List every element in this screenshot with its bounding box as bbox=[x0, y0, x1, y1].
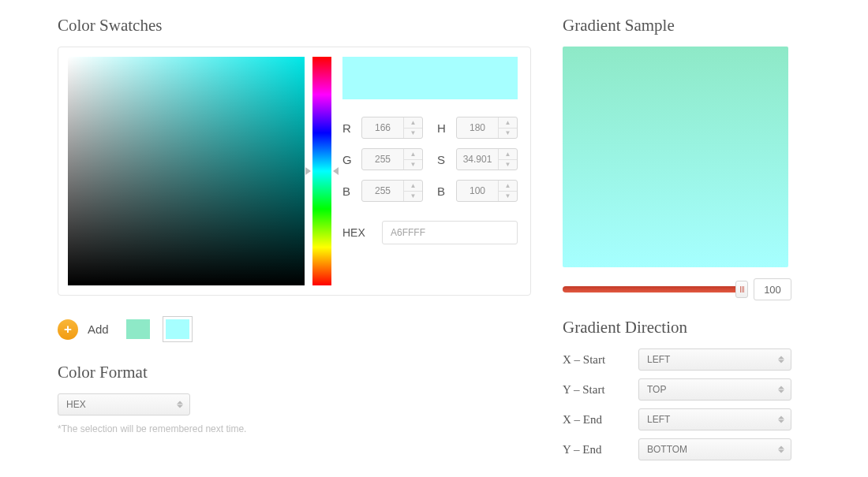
add-swatch-button[interactable]: + bbox=[58, 319, 78, 340]
b-hsb-step-down[interactable]: ▼ bbox=[499, 192, 517, 202]
y-end-value: BOTTOM bbox=[647, 444, 687, 455]
y-start-label: Y – Start bbox=[563, 383, 629, 397]
add-swatch-label: Add bbox=[88, 322, 109, 336]
y-start-value: TOP bbox=[647, 384, 666, 395]
r-step-up[interactable]: ▲ bbox=[404, 117, 422, 129]
b-hsb-input[interactable]: ▲▼ bbox=[456, 180, 518, 202]
x-end-label: X – End bbox=[563, 413, 629, 427]
h-input[interactable]: ▲▼ bbox=[456, 117, 518, 139]
select-arrows-icon bbox=[778, 416, 784, 423]
hex-label: HEX bbox=[342, 226, 371, 239]
swatch-0[interactable] bbox=[123, 316, 153, 342]
h-field[interactable] bbox=[457, 117, 498, 138]
gradient-sample-title: Gradient Sample bbox=[563, 16, 791, 35]
b-rgb-label: B bbox=[342, 184, 354, 198]
b-rgb-step-down[interactable]: ▼ bbox=[404, 192, 422, 202]
select-arrows-icon bbox=[778, 356, 784, 363]
r-input[interactable]: ▲▼ bbox=[361, 117, 423, 139]
g-step-up[interactable]: ▲ bbox=[404, 149, 422, 160]
color-format-select[interactable]: HEX bbox=[58, 393, 190, 416]
b-hsb-field[interactable] bbox=[457, 181, 498, 201]
hue-slider[interactable] bbox=[312, 57, 331, 285]
gradient-slider[interactable] bbox=[563, 282, 743, 296]
r-step-down[interactable]: ▼ bbox=[404, 129, 422, 139]
r-field[interactable] bbox=[362, 117, 403, 138]
gradient-direction-title: Gradient Direction bbox=[563, 318, 791, 337]
b-hsb-step-up[interactable]: ▲ bbox=[499, 181, 517, 192]
s-step-down[interactable]: ▼ bbox=[499, 160, 517, 170]
y-end-select[interactable]: BOTTOM bbox=[638, 438, 791, 460]
saturation-value-field[interactable] bbox=[68, 57, 305, 285]
swatch-1[interactable] bbox=[163, 316, 193, 342]
r-label: R bbox=[342, 121, 354, 135]
s-step-up[interactable]: ▲ bbox=[499, 149, 517, 160]
y-start-select[interactable]: TOP bbox=[638, 378, 791, 401]
color-picker-panel: R ▲▼ H ▲▼ bbox=[58, 47, 531, 296]
x-start-select[interactable]: LEFT bbox=[638, 348, 791, 371]
x-end-select[interactable]: LEFT bbox=[638, 408, 791, 430]
b-rgb-field[interactable] bbox=[362, 181, 403, 201]
color-swatches-title: Color Swatches bbox=[58, 16, 531, 35]
h-step-down[interactable]: ▼ bbox=[499, 129, 517, 139]
hex-input[interactable] bbox=[382, 221, 518, 244]
select-arrows-icon bbox=[177, 401, 183, 408]
g-step-down[interactable]: ▼ bbox=[404, 160, 422, 170]
s-label: S bbox=[437, 153, 448, 166]
h-step-up[interactable]: ▲ bbox=[499, 117, 517, 129]
plus-icon: + bbox=[64, 322, 72, 337]
slider-handle[interactable] bbox=[735, 281, 748, 298]
slider-value-input[interactable] bbox=[754, 278, 791, 300]
select-arrows-icon bbox=[778, 446, 784, 453]
select-arrows-icon bbox=[778, 386, 784, 393]
x-end-value: LEFT bbox=[647, 414, 670, 425]
current-color-preview bbox=[342, 57, 430, 99]
color-format-title: Color Format bbox=[58, 363, 531, 382]
s-field[interactable] bbox=[457, 149, 498, 170]
gradient-preview bbox=[563, 47, 788, 267]
x-start-value: LEFT bbox=[647, 354, 670, 365]
y-end-label: Y – End bbox=[563, 443, 629, 457]
color-format-value: HEX bbox=[66, 399, 86, 410]
s-input[interactable]: ▲▼ bbox=[456, 148, 518, 170]
x-start-label: X – Start bbox=[563, 353, 629, 367]
g-input[interactable]: ▲▼ bbox=[361, 148, 423, 170]
h-label: H bbox=[437, 121, 448, 135]
b-hsb-label: B bbox=[437, 184, 448, 198]
new-color-preview bbox=[430, 57, 518, 99]
color-format-hint: *The selection will be remembered next t… bbox=[58, 423, 531, 434]
b-rgb-input[interactable]: ▲▼ bbox=[361, 180, 423, 202]
b-rgb-step-up[interactable]: ▲ bbox=[404, 181, 422, 192]
g-field[interactable] bbox=[362, 149, 403, 170]
g-label: G bbox=[342, 153, 354, 166]
